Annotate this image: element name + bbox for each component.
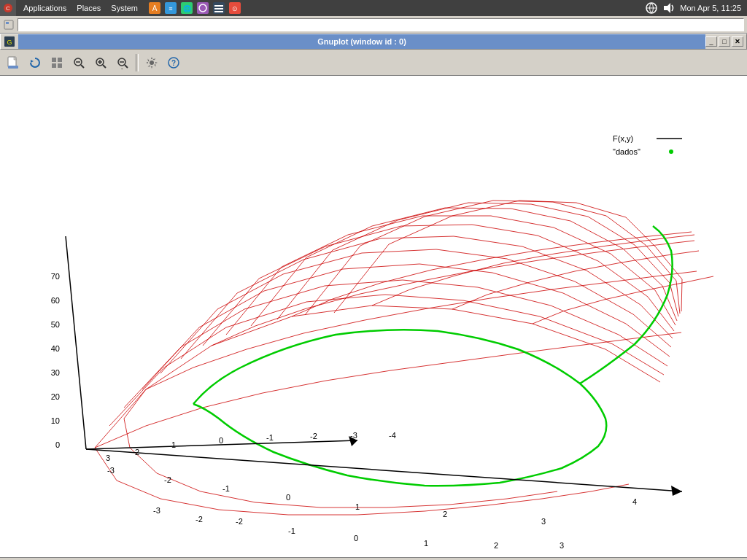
x-label-n2: -2 bbox=[164, 475, 171, 484]
menu-system[interactable]: System bbox=[107, 2, 142, 14]
svg-rect-11 bbox=[214, 5, 223, 7]
x-label-4: 4 bbox=[632, 497, 637, 506]
network-icon bbox=[645, 1, 658, 15]
grid-button[interactable] bbox=[47, 52, 67, 73]
plot-svg: F(x,y) "dados" bbox=[0, 76, 747, 557]
y-label-1: 1 bbox=[171, 440, 176, 449]
z-tick-20: 20 bbox=[51, 392, 60, 401]
address-bar bbox=[0, 16, 747, 34]
svg-text:C: C bbox=[6, 5, 10, 12]
minimize-button[interactable]: _ bbox=[705, 36, 717, 47]
svg-text:"dados": "dados" bbox=[613, 147, 640, 156]
z-tick-70: 70 bbox=[51, 272, 60, 281]
clock: Mon Apr 5, 11:25 bbox=[680, 4, 741, 12]
y-label-0: 0 bbox=[219, 436, 223, 445]
x-label-n1: -1 bbox=[222, 484, 230, 493]
address-input[interactable] bbox=[18, 18, 744, 31]
x-axis-label-2: 2 bbox=[494, 541, 498, 550]
x-axis-label-3: 3 bbox=[560, 541, 564, 550]
app-icon-5[interactable] bbox=[212, 1, 225, 15]
window-icon: G bbox=[4, 36, 15, 47]
zoom-fit-button[interactable] bbox=[69, 52, 89, 73]
app-icon-1[interactable]: A bbox=[148, 1, 161, 15]
plot-area: F(x,y) "dados" bbox=[0, 76, 747, 557]
menu-places[interactable]: Places bbox=[72, 2, 105, 14]
app-icon-4[interactable] bbox=[196, 1, 209, 15]
y-label-n1: -1 bbox=[266, 433, 274, 442]
svg-point-42 bbox=[150, 61, 154, 65]
menu-items: Applications Places System bbox=[16, 2, 142, 14]
close-button[interactable]: ✕ bbox=[732, 36, 743, 47]
svg-marker-26 bbox=[31, 60, 34, 63]
z-tick-60: 60 bbox=[51, 296, 60, 305]
x-axis-label-n1: -1 bbox=[288, 526, 295, 535]
svg-text:🌐: 🌐 bbox=[183, 4, 192, 13]
svg-line-32 bbox=[81, 65, 84, 68]
svg-rect-29 bbox=[52, 63, 56, 68]
x-label-3: 3 bbox=[541, 517, 546, 526]
svg-rect-12 bbox=[214, 8, 223, 9]
svg-text:-: - bbox=[121, 65, 123, 69]
svg-text:≡: ≡ bbox=[169, 5, 172, 12]
y-label-3: 3 bbox=[106, 454, 110, 462]
zoom-in-button[interactable] bbox=[90, 52, 111, 73]
status-bar: view: 59.0000, 326.000 scale: 1.00000, 1… bbox=[0, 557, 747, 560]
y-label-n3: -3 bbox=[350, 431, 357, 440]
app-icon-6[interactable]: ⊙ bbox=[228, 1, 241, 15]
svg-rect-28 bbox=[58, 58, 62, 62]
toolbar: - ? bbox=[0, 50, 747, 76]
y-label-n2: -2 bbox=[310, 432, 317, 440]
svg-text:A: A bbox=[152, 4, 158, 12]
svg-text:?: ? bbox=[171, 59, 176, 67]
svg-line-39 bbox=[125, 65, 128, 68]
window-titlebar: G Gnuplot (window id : 0) _ □ ✕ bbox=[0, 34, 747, 50]
x-label-1: 1 bbox=[355, 502, 360, 511]
svg-rect-13 bbox=[214, 11, 223, 12]
app-icon-2[interactable]: ≡ bbox=[164, 1, 177, 15]
z-tick-40: 40 bbox=[51, 344, 60, 353]
z-tick-50: 50 bbox=[51, 320, 60, 329]
addr-icon bbox=[3, 19, 15, 31]
y-bottom-3: -3 bbox=[153, 506, 160, 515]
settings-button[interactable] bbox=[142, 52, 162, 73]
svg-text:F(x,y): F(x,y) bbox=[613, 134, 633, 143]
x-label-0: 0 bbox=[286, 493, 290, 502]
y-label-2: 2 bbox=[135, 448, 139, 456]
refresh-button[interactable] bbox=[25, 52, 45, 73]
svg-rect-30 bbox=[58, 63, 62, 68]
menu-applications[interactable]: Applications bbox=[19, 2, 71, 14]
y-label-n4: -4 bbox=[389, 431, 396, 440]
z-tick-30: 30 bbox=[51, 368, 60, 377]
menubar-right: Mon Apr 5, 11:25 bbox=[645, 1, 747, 15]
x-axis-label-n2: -2 bbox=[236, 517, 243, 526]
z-tick-0: 0 bbox=[55, 440, 60, 449]
svg-rect-19 bbox=[4, 20, 13, 29]
x-label-2: 2 bbox=[443, 510, 447, 518]
zoom-out-button[interactable]: - bbox=[112, 52, 133, 73]
svg-text:G: G bbox=[7, 39, 12, 46]
svg-marker-18 bbox=[664, 3, 670, 13]
window-buttons: _ □ ✕ bbox=[705, 36, 746, 47]
x-axis-label-1: 1 bbox=[424, 539, 428, 548]
svg-rect-27 bbox=[52, 58, 56, 62]
window-title: Gnuplot (window id : 0) bbox=[18, 34, 705, 49]
toolbar-separator bbox=[136, 54, 139, 71]
os-logo: C bbox=[0, 0, 16, 16]
maximize-button[interactable]: □ bbox=[719, 36, 730, 47]
app-icon-3[interactable]: 🌐 bbox=[180, 1, 193, 15]
menu-bar: C Applications Places System A ≡ 🌐 bbox=[0, 0, 747, 16]
x-axis-label-0: 0 bbox=[354, 534, 358, 542]
new-button[interactable] bbox=[3, 52, 23, 73]
help-button[interactable]: ? bbox=[163, 52, 184, 73]
svg-rect-20 bbox=[6, 22, 9, 24]
volume-icon bbox=[662, 1, 676, 15]
svg-line-35 bbox=[103, 65, 106, 68]
svg-text:⊙: ⊙ bbox=[232, 5, 238, 12]
z-tick-10: 10 bbox=[51, 416, 60, 425]
y-bottom-2: -2 bbox=[196, 515, 203, 524]
svg-rect-25 bbox=[8, 66, 18, 69]
svg-point-49 bbox=[669, 149, 673, 154]
x-label-n3: -3 bbox=[107, 466, 115, 475]
